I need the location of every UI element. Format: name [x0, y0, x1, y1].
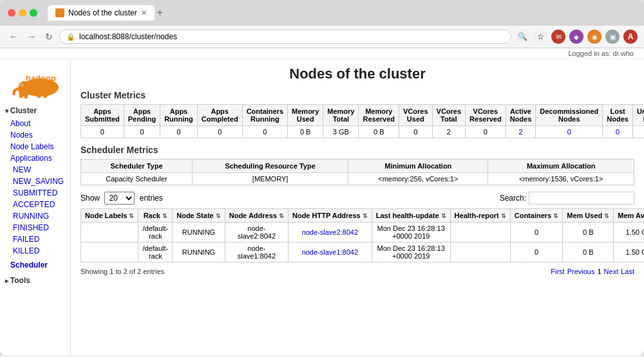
- toolbar-icons: 🔍 ☆ ✉ ◆ ◉ ▣ A: [515, 30, 638, 44]
- svg-rect-4: [37, 93, 41, 98]
- pagination-next[interactable]: Next: [604, 268, 619, 275]
- sidebar-item-killed[interactable]: KILLED: [3, 245, 70, 257]
- pagination-first[interactable]: First: [551, 268, 564, 275]
- cell-http-0[interactable]: node-slave2:8042: [288, 223, 372, 243]
- cluster-metrics-table: Apps Submitted Apps Pending Apps Running…: [80, 104, 644, 138]
- page-title: Nodes of the cluster: [80, 66, 634, 82]
- sidebar-item-nodes[interactable]: Nodes: [0, 129, 70, 141]
- sidebar-item-about[interactable]: About: [0, 118, 70, 129]
- nodes-col-labels[interactable]: Node Labels ⇅: [81, 209, 138, 223]
- val-vcores-reserved: 0: [466, 126, 506, 138]
- sidebar-item-failed[interactable]: FAILED: [3, 233, 70, 245]
- cluster-section-header[interactable]: Cluster: [0, 104, 70, 118]
- sidebar-item-new[interactable]: NEW: [3, 164, 70, 176]
- search-icon[interactable]: 🔍: [515, 30, 529, 44]
- col-vcores-total: VCores Total: [432, 105, 466, 126]
- nodes-col-health-update[interactable]: Last health-update ⇅: [372, 209, 450, 223]
- val-lost-nodes[interactable]: 0: [603, 126, 633, 138]
- extension-icon1[interactable]: ◆: [569, 30, 583, 44]
- cell-containers-0: 0: [510, 223, 563, 243]
- nodes-col-http[interactable]: Node HTTP Address ⇅: [288, 209, 372, 223]
- nodes-table: Node Labels ⇅ Rack ⇅ Node State ⇅ Node A…: [80, 208, 644, 262]
- val-unhealthy-nodes[interactable]: 0: [632, 126, 644, 138]
- sidebar-item-submitted[interactable]: SUBMITTED: [3, 187, 70, 199]
- svg-rect-3: [24, 94, 28, 98]
- scheduler-metrics-table: Scheduler Type Scheduling Resource Type …: [80, 159, 634, 185]
- cell-health-0: Mon Dec 23 16:28:13 +0000 2019: [372, 223, 450, 243]
- sidebar-item-applications[interactable]: Applications: [0, 152, 70, 164]
- nodes-col-mem-used[interactable]: Mem Used ⇅: [563, 209, 614, 223]
- extension-icon2[interactable]: ◉: [587, 30, 601, 44]
- scheduler-metrics-title: Scheduler Metrics: [80, 145, 634, 155]
- logged-in-text: Logged in as: dr.who: [568, 50, 634, 57]
- cell-address-1: node-slave1:8042: [225, 243, 288, 262]
- cell-mem-avail-0: 1.50 GB: [614, 223, 644, 243]
- sidebar-item-accepted[interactable]: ACCEPTED: [3, 199, 70, 210]
- email-icon[interactable]: ✉: [551, 30, 565, 44]
- val-apps-completed: 0: [197, 126, 242, 138]
- forward-button[interactable]: →: [24, 30, 39, 43]
- col-decommissioned-nodes: Decommissioned Nodes: [536, 105, 603, 126]
- pagination-last[interactable]: Last: [621, 268, 634, 275]
- col-apps-running: Apps Running: [160, 105, 198, 126]
- tools-section-header[interactable]: Tools: [0, 273, 70, 288]
- new-tab-button[interactable]: +: [157, 7, 163, 19]
- col-memory-total: Memory Total: [323, 105, 359, 126]
- cell-state-0: RUNNING: [173, 223, 225, 243]
- col-memory-used: Memory Used: [288, 105, 323, 126]
- tab-close-button[interactable]: ✕: [141, 9, 147, 17]
- val-vcores-used: 0: [399, 126, 433, 138]
- cell-labels-0: [81, 223, 138, 243]
- pagination-current: 1: [597, 268, 601, 275]
- table-row: /default-rack RUNNING node-slave1:8042 n…: [81, 243, 645, 262]
- page-content: hadoop Cluster About Nodes Node Labels A…: [0, 59, 644, 355]
- val-active-nodes[interactable]: 2: [506, 126, 536, 138]
- val-decommissioned-nodes[interactable]: 0: [536, 126, 603, 138]
- close-button[interactable]: [8, 9, 15, 17]
- svg-rect-5: [44, 93, 47, 98]
- sidebar-item-node-labels[interactable]: Node Labels: [0, 141, 70, 152]
- active-tab[interactable]: Nodes of the cluster ✕: [48, 5, 155, 21]
- sched-col-max-alloc: Maximum Allocation: [488, 160, 634, 173]
- col-apps-pending: Apps Pending: [124, 105, 160, 126]
- maximize-button[interactable]: [30, 9, 37, 17]
- col-vcores-used: VCores Used: [399, 105, 433, 126]
- nodes-col-rack[interactable]: Rack ⇅: [138, 209, 173, 223]
- entries-select[interactable]: 20 50 100: [104, 192, 135, 205]
- url-text: localhost:8088/cluster/nodes: [79, 32, 177, 41]
- nodes-col-state[interactable]: Node State ⇅: [173, 209, 225, 223]
- user-avatar[interactable]: A: [623, 30, 638, 44]
- cell-containers-1: 0: [510, 243, 563, 262]
- nodes-col-address[interactable]: Node Address ⇅: [225, 209, 288, 223]
- sched-col-type: Scheduler Type: [81, 160, 193, 173]
- cluster-metrics-title: Cluster Metrics: [80, 90, 634, 100]
- cell-mem-avail-1: 1.50 GB: [614, 243, 644, 262]
- showing-text: Showing 1 to 2 of 2 entries: [80, 268, 164, 275]
- extension-icon3[interactable]: ▣: [605, 30, 620, 44]
- cell-rack-1: /default-rack: [138, 243, 173, 262]
- minimize-button[interactable]: [19, 9, 26, 17]
- sidebar-item-finished[interactable]: FINISHED: [3, 222, 70, 233]
- cell-http-1[interactable]: node-slave1:8042: [288, 243, 372, 262]
- tab-title: Nodes of the cluster: [68, 8, 137, 17]
- cell-mem-used-0: 0 B: [563, 223, 614, 243]
- cell-state-1: RUNNING: [173, 243, 225, 262]
- nodes-col-health-report[interactable]: Health-report ⇅: [450, 209, 510, 223]
- pagination-previous[interactable]: Previous: [567, 268, 595, 275]
- sched-val-max-alloc: <memory:1536, vCores:1>: [488, 173, 634, 185]
- sidebar-item-running[interactable]: RUNNING: [3, 210, 70, 222]
- nodes-col-containers[interactable]: Containers ⇅: [510, 209, 563, 223]
- back-button[interactable]: ←: [6, 30, 21, 43]
- sidebar-item-scheduler[interactable]: Scheduler: [0, 259, 70, 271]
- refresh-button[interactable]: ↻: [43, 30, 55, 43]
- address-bar[interactable]: 🔒 localhost:8088/cluster/nodes: [59, 30, 511, 44]
- cell-health-report-1: [450, 243, 510, 262]
- sched-col-min-alloc: Minimum Allocation: [348, 160, 488, 173]
- bookmark-icon[interactable]: ☆: [533, 30, 547, 44]
- search-input[interactable]: [529, 192, 634, 205]
- nodes-col-mem-avail[interactable]: Mem Avail ⇅: [614, 209, 644, 223]
- table-footer: Showing 1 to 2 of 2 entries First Previo…: [80, 268, 634, 275]
- sidebar-item-new-saving[interactable]: NEW_SAVING: [3, 176, 70, 187]
- hadoop-logo: hadoop: [5, 69, 70, 98]
- show-entries: Show 20 50 100 entries: [80, 192, 163, 205]
